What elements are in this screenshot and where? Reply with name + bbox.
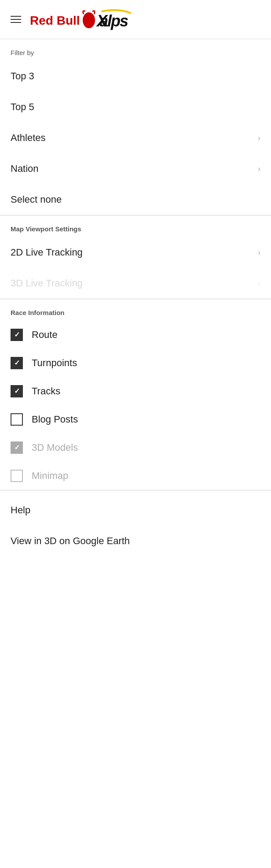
turnpoints-checkbox[interactable]: ✓: [11, 357, 23, 369]
route-checkbox[interactable]: ✓: [11, 329, 23, 341]
top5-item[interactable]: Top 5: [0, 92, 271, 122]
athletes-chevron-icon: ›: [258, 134, 260, 143]
race-info-section: Race Information ✓ Route ✓ Turnpoints ✓ …: [0, 299, 271, 490]
tracks-label: Tracks: [32, 386, 60, 397]
tracks-checkbox[interactable]: ✓: [11, 385, 23, 397]
select-none-item[interactable]: Select none: [0, 184, 271, 215]
3d-live-chevron-icon: ›: [258, 279, 260, 288]
svg-text:X: X: [96, 12, 108, 30]
2d-live-chevron-icon: ›: [258, 248, 260, 257]
map-viewport-section: Map Viewport Settings 2D Live Tracking ›…: [0, 215, 271, 299]
race-info-label: Race Information: [0, 299, 271, 321]
3d-live-tracking-item[interactable]: 3D Live Tracking ›: [0, 268, 271, 299]
header: Red Bull alps X: [0, 0, 271, 39]
minimap-item[interactable]: Minimap: [0, 462, 271, 490]
tracks-checkmark: ✓: [14, 388, 20, 395]
route-item[interactable]: ✓ Route: [0, 321, 271, 349]
svg-point-1: [83, 12, 95, 28]
menu-icon[interactable]: [9, 14, 23, 25]
filter-section: Filter by Top 3 Top 5 Athletes › Nation …: [0, 39, 271, 215]
tracks-item[interactable]: ✓ Tracks: [0, 377, 271, 405]
blog-posts-label: Blog Posts: [32, 414, 78, 425]
logo: Red Bull alps X: [30, 8, 157, 31]
map-viewport-label: Map Viewport Settings: [0, 215, 271, 237]
turnpoints-item[interactable]: ✓ Turnpoints: [0, 349, 271, 377]
minimap-label: Minimap: [32, 470, 68, 482]
blog-posts-checkbox[interactable]: [11, 413, 23, 426]
filter-by-label: Filter by: [0, 39, 271, 61]
3d-models-checkbox[interactable]: ✓: [11, 441, 23, 454]
athletes-item[interactable]: Athletes ›: [0, 122, 271, 153]
route-label: Route: [32, 329, 58, 341]
3d-models-item[interactable]: ✓ 3D Models: [0, 434, 271, 462]
bottom-section: Help View in 3D on Google Earth: [0, 490, 271, 561]
nation-chevron-icon: ›: [258, 164, 260, 174]
top3-item[interactable]: Top 3: [0, 61, 271, 92]
svg-text:Red Bull: Red Bull: [30, 14, 80, 27]
nation-item[interactable]: Nation ›: [0, 153, 271, 184]
blog-posts-item[interactable]: Blog Posts: [0, 405, 271, 434]
3d-models-label: 3D Models: [32, 442, 78, 453]
minimap-checkbox[interactable]: [11, 470, 23, 482]
turnpoints-checkmark: ✓: [14, 360, 20, 367]
route-checkmark: ✓: [14, 331, 20, 338]
3d-models-checkmark: ✓: [14, 444, 20, 451]
redbull-xalps-logo: Red Bull alps X: [30, 8, 157, 31]
turnpoints-label: Turnpoints: [32, 357, 77, 369]
help-item[interactable]: Help: [0, 495, 271, 526]
view-3d-item[interactable]: View in 3D on Google Earth: [0, 526, 271, 556]
2d-live-tracking-item[interactable]: 2D Live Tracking ›: [0, 237, 271, 268]
